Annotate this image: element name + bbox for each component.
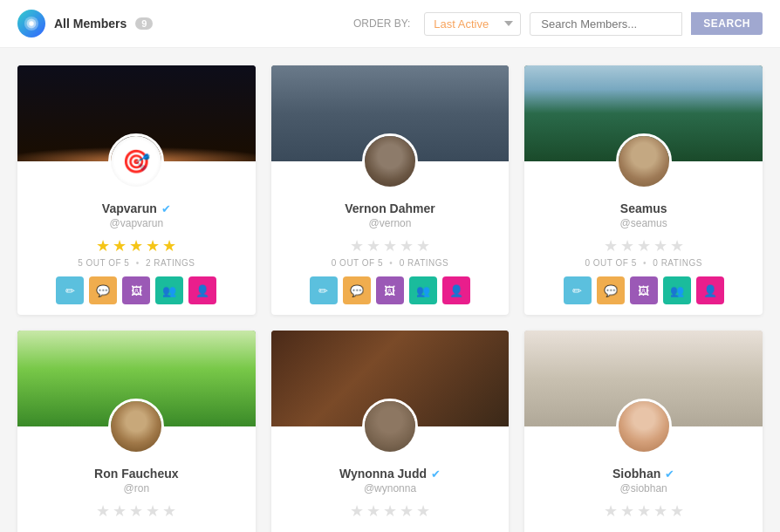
rating-text bbox=[31, 523, 242, 532]
action-btns-vernon: ✏💬🖼👥👤 bbox=[285, 276, 496, 304]
star-3: ★ bbox=[129, 501, 143, 521]
member-handle-seamus: @seamus bbox=[538, 217, 749, 229]
page-header: All Members 9 ORDER BY: Last Active Newe… bbox=[0, 0, 780, 48]
star-1: ★ bbox=[96, 501, 110, 521]
rating-text: 5 OUT OF 5 • 2 RATINGS bbox=[31, 258, 242, 268]
svg-point-2 bbox=[29, 21, 33, 25]
action-btn-message-seamus[interactable]: 💬 bbox=[597, 276, 625, 304]
star-2: ★ bbox=[620, 501, 634, 521]
member-name-row-wynonna: Wynonna Judd ✔ bbox=[285, 467, 496, 481]
member-handle-vernon: @vernon bbox=[285, 217, 496, 229]
action-btns-vapvarun: ✏💬🖼👥👤 bbox=[31, 276, 242, 304]
member-handle-ron: @ron bbox=[31, 482, 242, 494]
action-btn-user-seamus[interactable]: 👤 bbox=[696, 276, 724, 304]
verified-icon-wynonna: ✔ bbox=[431, 467, 441, 481]
star-1: ★ bbox=[604, 501, 618, 521]
member-name-row-ron: Ron Faucheux bbox=[31, 467, 242, 481]
site-logo bbox=[17, 10, 45, 38]
member-card-seamus: Seamus @seamus ★★★★★ 0 OUT OF 5 • 0 RATI… bbox=[524, 65, 763, 315]
action-btns-seamus: ✏💬🖼👥👤 bbox=[538, 276, 749, 304]
action-btn-edit-vapvarun[interactable]: ✏ bbox=[56, 276, 84, 304]
member-handle-vapvarun: @vapvarun bbox=[31, 217, 242, 229]
avatar-vernon bbox=[362, 133, 418, 189]
star-4: ★ bbox=[400, 236, 414, 256]
order-by-select[interactable]: Last Active Newest Alphabetical Random bbox=[424, 12, 521, 36]
action-btn-group-vapvarun[interactable]: 👥 bbox=[155, 276, 183, 304]
star-5: ★ bbox=[162, 236, 176, 256]
avatar-wrap-siobhan bbox=[524, 399, 763, 454]
action-btn-user-vapvarun[interactable]: 👤 bbox=[188, 276, 216, 304]
avatar-wrap-vernon bbox=[271, 133, 510, 189]
card-body-ron: Ron Faucheux @ron ★★★★★ ✏💬🖼👥👤 bbox=[17, 454, 256, 532]
action-btn-edit-seamus[interactable]: ✏ bbox=[564, 276, 592, 304]
avatar-wrap-seamus bbox=[524, 133, 763, 189]
star-2: ★ bbox=[113, 236, 127, 256]
avatar-wrap-ron bbox=[17, 399, 256, 454]
action-btn-photo-vapvarun[interactable]: 🖼 bbox=[122, 276, 150, 304]
avatar-wrap-vapvarun: 🎯 bbox=[17, 133, 256, 189]
member-name-row-vernon: Vernon Dahmer bbox=[285, 201, 496, 215]
stars-row-vapvarun: ★★★★★ bbox=[31, 236, 242, 256]
member-name-wynonna: Wynonna Judd bbox=[339, 467, 427, 481]
card-body-wynonna: Wynonna Judd ✔ @wynonna ★★★★★ ✏💬🖼👥👤 bbox=[271, 454, 510, 532]
action-btn-group-vernon[interactable]: 👥 bbox=[409, 276, 437, 304]
member-name-vapvarun: Vapvarun bbox=[102, 201, 157, 215]
star-5: ★ bbox=[162, 501, 176, 521]
avatar-seamus bbox=[616, 133, 672, 189]
card-body-seamus: Seamus @seamus ★★★★★ 0 OUT OF 5 • 0 RATI… bbox=[524, 189, 763, 315]
avatar-siobhan bbox=[616, 399, 672, 454]
member-name-row-seamus: Seamus bbox=[538, 201, 749, 215]
member-count-badge: 9 bbox=[135, 17, 153, 30]
member-handle-wynonna: @wynonna bbox=[285, 482, 496, 494]
star-3: ★ bbox=[637, 501, 651, 521]
star-3: ★ bbox=[383, 501, 397, 521]
star-1: ★ bbox=[350, 236, 364, 256]
star-2: ★ bbox=[366, 501, 380, 521]
star-1: ★ bbox=[604, 236, 618, 256]
rating-text: 0 OUT OF 5 • 0 RATINGS bbox=[285, 258, 496, 268]
star-2: ★ bbox=[113, 501, 127, 521]
action-btn-photo-seamus[interactable]: 🖼 bbox=[630, 276, 658, 304]
star-5: ★ bbox=[416, 236, 430, 256]
avatar-ron bbox=[108, 399, 164, 454]
order-by-label: ORDER BY: bbox=[353, 17, 410, 30]
action-btn-group-seamus[interactable]: 👥 bbox=[663, 276, 691, 304]
rating-text bbox=[285, 523, 496, 532]
verified-icon-siobhan: ✔ bbox=[665, 467, 674, 481]
star-5: ★ bbox=[670, 501, 684, 521]
search-input[interactable] bbox=[530, 12, 682, 36]
member-handle-siobhan: @siobhan bbox=[538, 482, 749, 494]
member-name-row-vapvarun: Vapvarun ✔ bbox=[31, 201, 242, 215]
stars-row-seamus: ★★★★★ bbox=[538, 236, 749, 256]
member-name-siobhan: Siobhan bbox=[612, 467, 660, 481]
action-btn-message-vernon[interactable]: 💬 bbox=[343, 276, 371, 304]
star-4: ★ bbox=[653, 236, 667, 256]
action-btn-edit-vernon[interactable]: ✏ bbox=[310, 276, 338, 304]
card-body-vernon: Vernon Dahmer @vernon ★★★★★ 0 OUT OF 5 •… bbox=[271, 189, 510, 315]
avatar-vapvarun: 🎯 bbox=[108, 133, 164, 189]
card-body-siobhan: Siobhan ✔ @siobhan ★★★★★ ✏💬🖼👥👤 bbox=[524, 454, 763, 532]
star-2: ★ bbox=[366, 236, 380, 256]
member-name-vernon: Vernon Dahmer bbox=[345, 201, 434, 215]
star-3: ★ bbox=[637, 236, 651, 256]
verified-icon-vapvarun: ✔ bbox=[161, 202, 171, 215]
member-card-vapvarun: 🎯 Vapvarun ✔ @vapvarun ★★★★★ 5 OUT OF 5 … bbox=[17, 65, 256, 315]
member-card-vernon: Vernon Dahmer @vernon ★★★★★ 0 OUT OF 5 •… bbox=[271, 65, 510, 315]
action-btn-message-vapvarun[interactable]: 💬 bbox=[89, 276, 117, 304]
search-button[interactable]: SEARCH bbox=[691, 12, 763, 35]
stars-row-ron: ★★★★★ bbox=[31, 501, 242, 521]
stars-row-vernon: ★★★★★ bbox=[285, 236, 496, 256]
member-name-row-siobhan: Siobhan ✔ bbox=[538, 467, 749, 481]
rating-text bbox=[538, 523, 749, 532]
stars-row-siobhan: ★★★★★ bbox=[538, 501, 749, 521]
star-5: ★ bbox=[416, 501, 430, 521]
star-3: ★ bbox=[383, 236, 397, 256]
card-body-vapvarun: Vapvarun ✔ @vapvarun ★★★★★ 5 OUT OF 5 • … bbox=[17, 189, 256, 315]
action-btn-photo-vernon[interactable]: 🖼 bbox=[376, 276, 404, 304]
avatar-wrap-wynonna bbox=[271, 399, 510, 454]
star-2: ★ bbox=[620, 236, 634, 256]
action-btn-user-vernon[interactable]: 👤 bbox=[442, 276, 470, 304]
page-title: All Members bbox=[54, 17, 127, 31]
star-4: ★ bbox=[146, 501, 160, 521]
members-grid: 🎯 Vapvarun ✔ @vapvarun ★★★★★ 5 OUT OF 5 … bbox=[0, 48, 780, 532]
